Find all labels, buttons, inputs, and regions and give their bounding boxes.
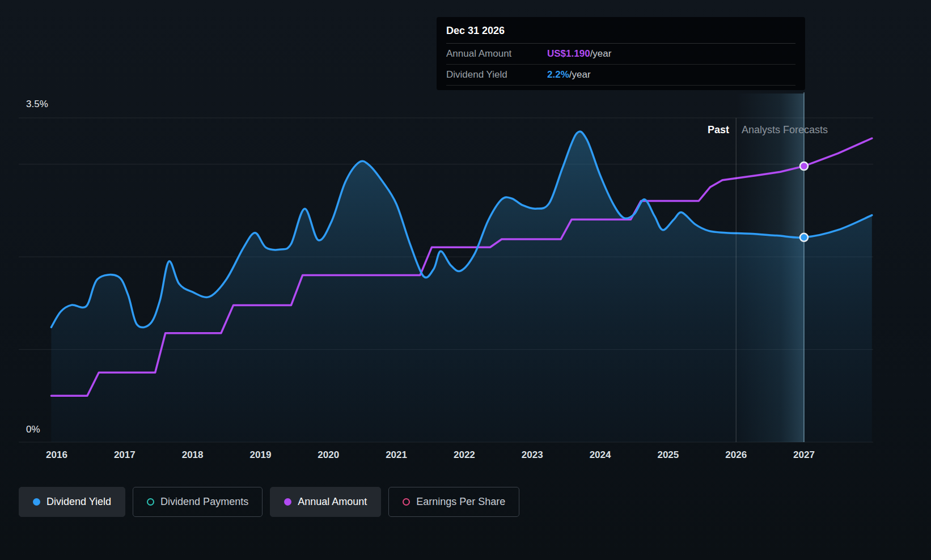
tooltip-row-dividend-yield: Dividend Yield 2.2%/year	[446, 65, 795, 86]
x-tick-2016: 2016	[46, 449, 67, 461]
chart-tooltip: Dec 31 2026 Annual Amount US$1.190/year …	[437, 17, 805, 90]
marker-annual-amount[interactable]	[800, 162, 808, 170]
legend-item-earnings-per-share[interactable]: Earnings Per Share	[388, 487, 519, 517]
legend-swatch-icon	[33, 498, 40, 506]
tooltip-value-suffix: /year	[569, 69, 591, 80]
x-tick-2025: 2025	[657, 449, 679, 461]
legend-swatch-icon	[147, 498, 154, 506]
x-tick-2022: 2022	[454, 449, 475, 461]
tooltip-date: Dec 31 2026	[446, 25, 795, 44]
x-tick-2021: 2021	[386, 449, 407, 461]
x-tick-2020: 2020	[318, 449, 339, 461]
legend-item-label: Annual Amount	[298, 496, 367, 508]
x-tick-2024: 2024	[590, 449, 611, 461]
x-tick-2026: 2026	[725, 449, 747, 461]
y-axis-label-zero: 0%	[26, 424, 40, 435]
legend-item-annual-amount[interactable]: Annual Amount	[270, 487, 381, 517]
tooltip-label: Annual Amount	[446, 48, 547, 60]
legend-item-label: Dividend Payments	[160, 496, 248, 508]
tooltip-value-number: 2.2%	[547, 69, 569, 80]
tooltip-label: Dividend Yield	[446, 69, 547, 80]
legend-item-label: Earnings Per Share	[416, 496, 505, 508]
y-axis-label-max: 3.5%	[26, 99, 48, 110]
tooltip-value: 2.2%/year	[547, 69, 591, 80]
marker-dividend-yield[interactable]	[800, 234, 808, 241]
tooltip-value-number: US$1.190	[547, 48, 590, 59]
tooltip-value-suffix: /year	[590, 48, 612, 59]
tooltip-row-annual-amount: Annual Amount US$1.190/year	[446, 44, 795, 65]
legend: Dividend YieldDividend PaymentsAnnual Am…	[19, 487, 519, 517]
x-tick-2027: 2027	[793, 449, 815, 461]
x-tick-2019: 2019	[250, 449, 272, 461]
legend-item-dividend-payments[interactable]: Dividend Payments	[133, 487, 263, 517]
legend-swatch-icon	[403, 498, 410, 506]
legend-item-label: Dividend Yield	[46, 496, 111, 508]
tooltip-value: US$1.190/year	[547, 48, 611, 60]
past-label: Past	[708, 124, 729, 136]
legend-swatch-icon	[284, 498, 291, 506]
forecast-label: Analysts Forecasts	[742, 124, 828, 136]
dividend-history-chart: 3.5% 0% Past Analysts Forecasts 20162017…	[0, 0, 931, 560]
legend-item-dividend-yield[interactable]: Dividend Yield	[19, 487, 125, 517]
x-tick-2018: 2018	[182, 449, 204, 461]
x-tick-2023: 2023	[522, 449, 543, 461]
x-tick-2017: 2017	[114, 449, 136, 461]
